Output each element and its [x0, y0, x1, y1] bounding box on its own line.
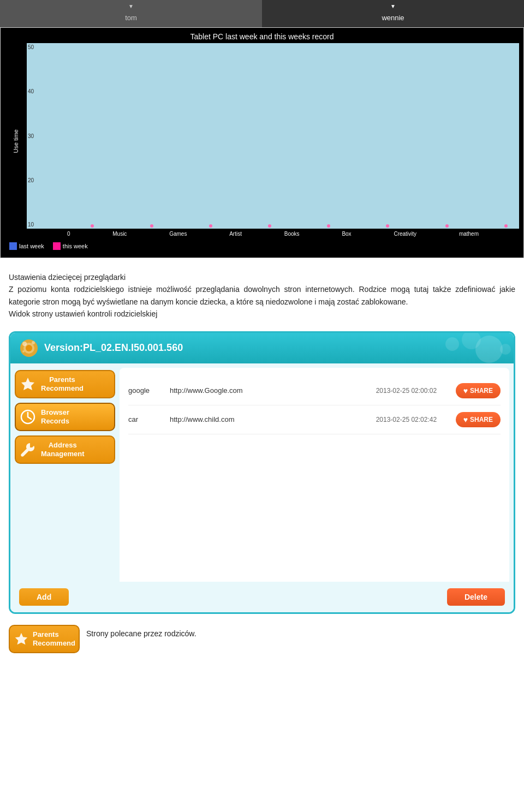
heart-icon-0: ♥: [463, 386, 468, 395]
legend-last-week-label: last week: [19, 243, 44, 249]
parents-badge-icon: [13, 630, 29, 648]
svg-point-2: [26, 345, 32, 351]
share-label-1: SHARE: [470, 416, 493, 423]
tab-tom-label: tom: [125, 14, 137, 22]
share-button-1[interactable]: ♥ SHARE: [456, 412, 501, 427]
app-version: Version:PL_02.EN.I50.001.560: [44, 342, 183, 354]
x-tick-0: 0: [67, 231, 70, 237]
legend-this-week-box: [53, 242, 61, 250]
legend-this-week-label: this week: [63, 243, 88, 249]
add-button[interactable]: Add: [19, 588, 69, 606]
record-row-1: car http://www.child.com 2013-02-25 02:0…: [128, 405, 501, 434]
y-tick-30: 30: [28, 133, 42, 139]
delete-button[interactable]: Delete: [447, 588, 505, 606]
app-footer: Add Delete: [10, 582, 514, 612]
app-content: google http://www.Google.com 2013-02-25 …: [120, 368, 509, 582]
record-url-0: http://www.Google.com: [170, 386, 367, 395]
app-logo-icon: [19, 338, 39, 358]
chart-container: Tablet PC last week and this weeks recor…: [1, 28, 523, 258]
y-tick-40: 40: [28, 88, 42, 94]
record-row-0: google http://www.Google.com 2013-02-25 …: [128, 377, 501, 405]
chart-dot-0: [91, 224, 94, 228]
sidebar-btn-browser-records-label: BrowserRecords: [41, 408, 69, 425]
svg-point-5: [22, 350, 25, 353]
x-tick-box: Box: [342, 231, 351, 237]
tab-tom[interactable]: tom: [0, 0, 262, 27]
chart-dot-3: [268, 224, 271, 228]
parents-badge-label: ParentsRecommend: [33, 630, 75, 647]
chart-dot-2: [209, 224, 212, 228]
chart-legend: last week this week: [5, 239, 519, 253]
x-tick-mathem: mathem: [459, 231, 479, 237]
app-sidebar: ParentsRecommend BrowserRecords AddressM…: [10, 363, 120, 582]
chart-title: Tablet PC last week and this weeks recor…: [5, 32, 519, 41]
svg-marker-10: [15, 632, 27, 644]
x-tick-creativity: Creativity: [394, 231, 416, 237]
y-tick-50: 50: [28, 44, 42, 50]
sidebar-btn-browser-records[interactable]: BrowserRecords: [15, 403, 115, 431]
chart-x-axis: 0 Music Games Artist Books Box Creativit…: [27, 229, 519, 239]
parents-recommend-description: Strony polecane przez rodziców.: [86, 625, 196, 638]
legend-last-week-box: [9, 242, 17, 250]
chart-dot-5: [386, 224, 389, 228]
record-name-1: car: [128, 415, 161, 423]
x-tick-games: Games: [169, 231, 187, 237]
chart-area: 50 40 30 20 10: [27, 43, 519, 229]
x-tick-music: Music: [112, 231, 127, 237]
svg-marker-6: [21, 378, 34, 390]
legend-this-week: this week: [53, 242, 88, 250]
tab-wennie[interactable]: wennie: [262, 0, 524, 27]
chart-y-axis-label: Use time: [13, 129, 19, 153]
x-tick-books: Books: [284, 231, 300, 237]
x-tick-artist: Artist: [229, 231, 242, 237]
svg-point-3: [22, 342, 27, 346]
record-name-0: google: [128, 386, 161, 395]
text-paragraph2: Z poziomu konta rodzicielskiego istnieje…: [9, 283, 515, 308]
tab-wennie-label: wennie: [382, 14, 404, 22]
chart-dot-1: [150, 224, 153, 228]
record-date-0: 2013-02-25 02:00:02: [376, 387, 447, 395]
y-tick-10: 10: [28, 222, 42, 228]
sidebar-btn-parents-recommend-label: ParentsRecommend: [41, 375, 84, 392]
star-icon: [19, 375, 37, 393]
text-paragraph1: Ustawienia dziecięcej przeglądarki: [9, 271, 515, 283]
y-tick-20: 20: [28, 177, 42, 183]
chart-dot-4: [327, 224, 330, 228]
share-label-0: SHARE: [470, 387, 493, 395]
record-date-1: 2013-02-25 02:02:42: [376, 416, 447, 423]
tab-bar: tom wennie: [0, 0, 524, 27]
chart-dot-7: [504, 224, 508, 228]
svg-line-9: [28, 417, 31, 419]
heart-icon-1: ♥: [463, 415, 468, 424]
sidebar-btn-address-management-label: AddressManagement: [41, 441, 84, 458]
sidebar-btn-address-management[interactable]: AddressManagement: [15, 435, 115, 464]
chart-section: Tablet PC last week and this weeks recor…: [0, 27, 524, 258]
app-frame: Version:PL_02.EN.I50.001.560 ParentsReco…: [9, 331, 515, 614]
chart-dot-6: [445, 224, 449, 228]
sidebar-btn-parents-recommend[interactable]: ParentsRecommend: [15, 370, 115, 398]
parents-recommend-badge[interactable]: ParentsRecommend: [9, 625, 80, 653]
svg-point-4: [32, 341, 35, 344]
app-header: Version:PL_02.EN.I50.001.560: [10, 333, 514, 363]
clock-icon: [19, 408, 37, 426]
app-body: ParentsRecommend BrowserRecords AddressM…: [10, 363, 514, 582]
wrench-icon: [19, 441, 37, 458]
parents-recommend-section: ParentsRecommend Strony polecane przez r…: [0, 618, 524, 660]
record-url-1: http://www.child.com: [170, 415, 367, 423]
share-button-0[interactable]: ♥ SHARE: [456, 383, 501, 398]
text-paragraph3: Widok strony ustawień kontroli rodziciel…: [9, 308, 515, 320]
text-section: Ustawienia dziecięcej przeglądarki Z poz…: [0, 258, 524, 327]
legend-last-week: last week: [9, 242, 44, 250]
